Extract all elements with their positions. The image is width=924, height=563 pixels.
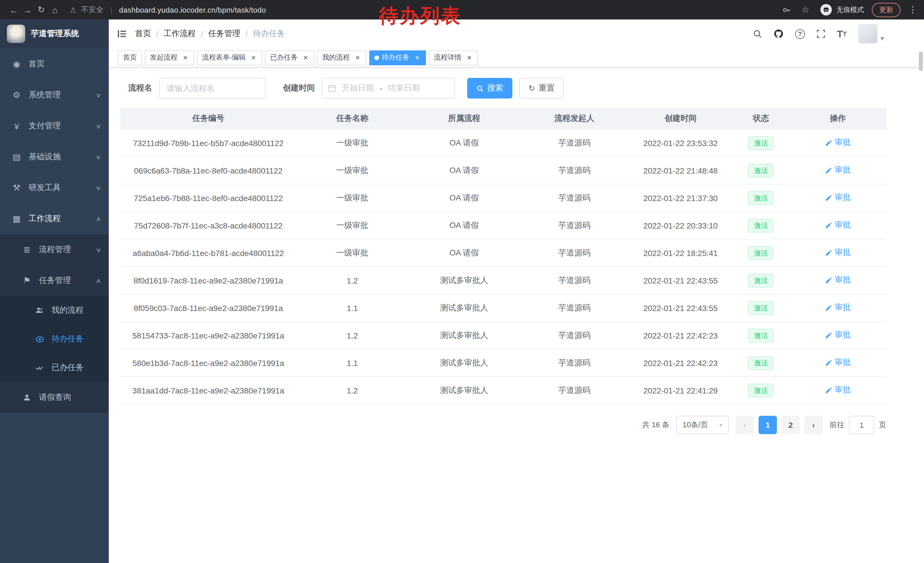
tab-close-icon[interactable]: × (465, 54, 473, 61)
tab-item[interactable]: 发起流程× (145, 50, 194, 65)
sidebar-item-done-tasks[interactable]: 已办任务 (0, 353, 109, 382)
sidebar-item-todo-tasks[interactable]: 待办任务 (0, 325, 109, 353)
next-page-button[interactable]: › (804, 416, 823, 434)
action-cell: 审批 (790, 275, 886, 286)
update-button[interactable]: 更新 (872, 3, 900, 17)
flag-icon: ⚑ (21, 275, 33, 286)
tab-close-icon[interactable]: × (182, 54, 189, 61)
tab-close-icon[interactable]: × (250, 54, 257, 61)
task-id-cell: 73211d9d-7b9b-11ec-b5b7-acde48001122 (120, 138, 296, 147)
sidebar-item-home[interactable]: ◉ 首页 (0, 49, 109, 80)
approve-link[interactable]: 审批 (825, 138, 851, 148)
tab-label: 已办任务 (270, 53, 298, 62)
approve-link[interactable]: 审批 (825, 193, 851, 203)
github-icon[interactable] (773, 29, 784, 39)
approve-label: 审批 (835, 275, 851, 285)
user-menu[interactable]: ▾ (858, 24, 884, 44)
back-icon[interactable]: ← (7, 5, 21, 15)
chevron-up-icon: ∧ (95, 277, 101, 284)
status-cell: 激活 (732, 329, 790, 342)
tools-icon: ⚒ (10, 183, 23, 193)
tab-close-icon[interactable]: × (413, 54, 421, 61)
tab-item[interactable]: 待办任务× (369, 50, 426, 65)
home-icon[interactable]: ⌂ (48, 5, 62, 15)
tab-label: 待办任务 (382, 53, 410, 62)
search-icon[interactable] (753, 29, 762, 38)
app-logo[interactable]: 芋道管理系统 (0, 20, 109, 48)
incognito-label: 无痕模式 (836, 5, 864, 15)
active-tab-dot (374, 55, 379, 60)
breadcrumb-item[interactable]: 工作流程 (164, 29, 196, 39)
tab-item[interactable]: 我的流程× (317, 50, 366, 65)
approve-link[interactable]: 审批 (825, 358, 851, 368)
address-bar[interactable]: ⚠ 不安全 | dashboard.yudao.iocoder.cn/bpm/t… (70, 5, 266, 15)
reset-button[interactable]: ↻ 重置 (519, 78, 564, 99)
reload-icon[interactable]: ↻ (34, 5, 48, 15)
sidebar-item-leave-query[interactable]: 请假查询 (0, 382, 109, 413)
approve-link[interactable]: 审批 (825, 385, 851, 395)
sidebar-collapse-icon[interactable] (117, 29, 127, 39)
monitor-icon: ▤ (10, 152, 23, 162)
process-name-input[interactable] (159, 78, 266, 99)
table-row: 75d72608-7b7f-11ec-a3c8-acde48001122一级审批… (120, 212, 886, 239)
list-icon: ≣ (21, 245, 33, 255)
bookmark-star-icon[interactable]: ☆ (799, 5, 812, 15)
prev-page-button[interactable]: ‹ (736, 416, 754, 434)
calendar-icon (328, 84, 336, 92)
help-icon[interactable]: ? (795, 29, 805, 39)
sidebar-item-label: 工作流程 (28, 214, 61, 224)
avatar (858, 24, 878, 44)
tab-close-icon[interactable]: × (302, 54, 309, 61)
sidebar-item-payment[interactable]: ¥ 支付管理 ∨ (0, 111, 109, 141)
approve-link[interactable]: 审批 (825, 303, 851, 313)
sidebar-item-devtools[interactable]: ⚒ 研发工具 ∨ (0, 173, 109, 203)
sidebar-item-workflow[interactable]: ▦ 工作流程 ∧ (0, 203, 109, 234)
approve-label: 审批 (835, 248, 851, 258)
breadcrumb-item[interactable]: 任务管理 (208, 29, 240, 39)
tab-label: 我的流程 (322, 53, 350, 62)
initiator-cell: 芋道源码 (520, 303, 629, 313)
approve-link[interactable]: 审批 (825, 220, 851, 231)
tab-item[interactable]: 已办任务× (265, 50, 314, 65)
tab-label: 发起流程 (150, 53, 177, 62)
font-size-icon[interactable]: TT (837, 29, 847, 39)
scrollbar-thumb[interactable] (919, 51, 923, 71)
tab-close-icon[interactable]: × (354, 54, 361, 61)
sidebar-item-process-mgmt[interactable]: ≣ 流程管理 ∨ (0, 234, 109, 265)
sidebar-item-infra[interactable]: ▤ 基础设施 ∨ (0, 141, 109, 173)
date-range-picker[interactable]: 开始日期 - 结束日期 (322, 78, 454, 99)
fullscreen-icon[interactable] (816, 29, 825, 38)
column-header: 创建时间 (629, 113, 732, 124)
approve-link[interactable]: 审批 (825, 248, 851, 258)
page-button-1[interactable]: 1 (759, 416, 777, 434)
page-button-2[interactable]: 2 (782, 416, 800, 434)
tab-item[interactable]: 流程表单-编辑× (197, 50, 262, 65)
status-badge: 激活 (748, 383, 773, 397)
approve-link[interactable]: 审批 (825, 330, 851, 341)
approve-label: 审批 (835, 193, 851, 203)
forward-icon[interactable]: → (21, 5, 34, 15)
action-cell: 审批 (790, 330, 886, 341)
create-time-label: 创建时间 (283, 83, 315, 93)
password-key-icon[interactable] (782, 6, 790, 14)
sidebar-item-task-mgmt[interactable]: ⚑ 任务管理 ∧ (0, 265, 109, 296)
chevron-down-icon: ∨ (95, 153, 101, 161)
action-cell: 审批 (790, 248, 886, 258)
page-size-select[interactable]: 10条/页 ▾ (676, 416, 729, 434)
goto-page-input[interactable] (849, 416, 874, 434)
approve-link[interactable]: 审批 (825, 165, 851, 176)
search-button[interactable]: 搜索 (467, 78, 512, 99)
people-icon (33, 306, 46, 314)
tab-item[interactable]: 流程详情× (429, 50, 478, 65)
tab-item[interactable]: 首页 (118, 50, 142, 65)
breadcrumb-item[interactable]: 首页 (135, 29, 151, 39)
browser-menu-icon[interactable]: ⋮ (909, 5, 917, 15)
app-title: 芋道管理系统 (31, 29, 79, 39)
sidebar-item-system[interactable]: ⚙ 系统管理 ∨ (0, 80, 109, 111)
initiator-cell: 芋道源码 (520, 193, 629, 203)
approve-label: 审批 (835, 220, 851, 231)
task-name-cell: 1.2 (296, 386, 408, 395)
start-date-placeholder: 开始日期 (342, 83, 374, 93)
approve-link[interactable]: 审批 (825, 275, 851, 285)
sidebar-item-my-process[interactable]: 我的流程 (0, 296, 109, 325)
